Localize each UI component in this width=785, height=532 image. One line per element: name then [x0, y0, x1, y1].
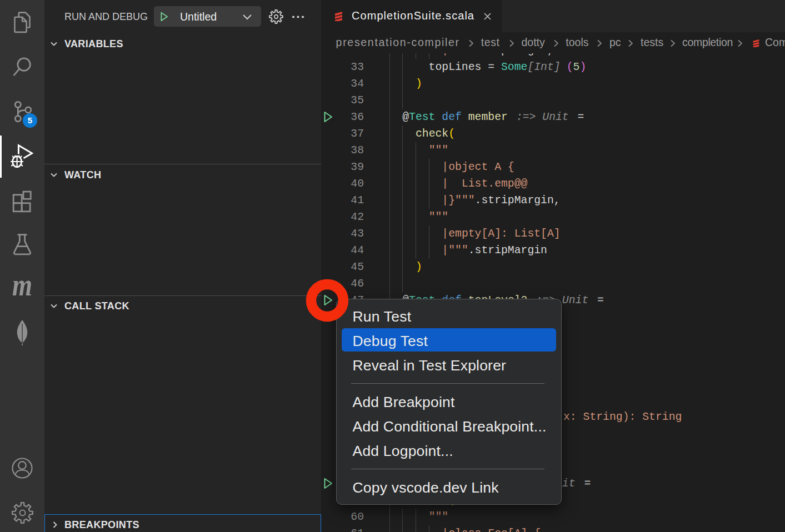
svg-text:m: m [12, 279, 32, 297]
